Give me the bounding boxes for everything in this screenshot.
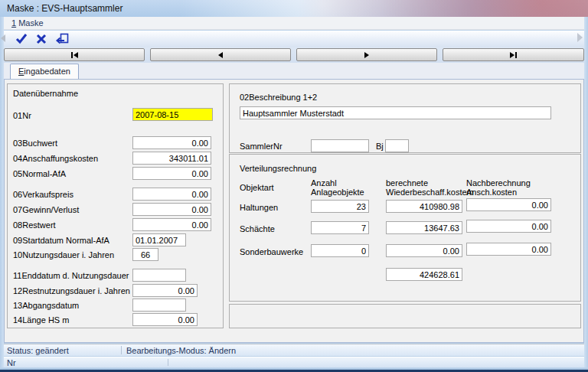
status-divider bbox=[121, 346, 122, 354]
confirm-check-icon[interactable] bbox=[14, 32, 29, 46]
last-record-icon bbox=[510, 52, 514, 58]
previous-record-icon bbox=[218, 52, 223, 58]
sonderbauwerke-nach-field[interactable] bbox=[466, 243, 551, 256]
startdatum-field[interactable] bbox=[132, 233, 186, 246]
menu-item-maske[interactable]: 1 Maske bbox=[8, 18, 47, 28]
bj-label: Bj bbox=[376, 142, 384, 151]
col-nachberechnung-line1: Nachberechnung bbox=[466, 178, 531, 188]
previous-record-button[interactable] bbox=[150, 48, 291, 61]
bj-field[interactable] bbox=[385, 139, 409, 152]
abgangsdatum-label: 13Abgangsdatum bbox=[13, 301, 79, 310]
window-border-bottom bbox=[0, 367, 588, 372]
haltungen-berechnet-field[interactable] bbox=[386, 200, 462, 213]
summe-field[interactable] bbox=[386, 268, 462, 281]
col-anzahl-line2: Anlageobjekte bbox=[311, 188, 364, 197]
col-berechnet-line1: berechnete bbox=[386, 178, 428, 188]
anschaffungskosten-label: 04Anschaffungskosten bbox=[13, 154, 98, 163]
window-title: Maske : EVS-Hauptsammler bbox=[7, 3, 122, 14]
cancel-x-icon[interactable] bbox=[34, 32, 49, 46]
anschaffungskosten-field[interactable] bbox=[132, 152, 211, 165]
title-bar[interactable]: Maske : EVS-Hauptsammler bbox=[0, 0, 588, 17]
sonderbauwerke-berechnet-field[interactable] bbox=[386, 244, 462, 257]
laenge-hs-field[interactable] bbox=[132, 313, 198, 326]
empty-groupbox bbox=[229, 304, 581, 328]
next-record-icon bbox=[364, 52, 369, 58]
gewinn-verlust-label: 07Gewinn/Verlust bbox=[13, 205, 79, 214]
laenge-hs-label: 14Länge HS m bbox=[13, 315, 69, 325]
enddatum-label: 11Enddatum d. Nutzungsdauer bbox=[13, 271, 129, 280]
tab-strip: Eingabedaten bbox=[4, 63, 584, 79]
status-text: Status: geändert bbox=[7, 346, 69, 355]
datenuebernahme-group-label: Datenübernahme bbox=[13, 89, 78, 98]
restnutzungsdauer-label: 12Restnutzungsdauer i. Jahren bbox=[13, 286, 130, 295]
nr-label: 01Nr bbox=[13, 111, 31, 120]
haltungen-anzahl-field[interactable] bbox=[311, 200, 369, 213]
edit-mode-text: Bearbeitungs-Modus: Ändern bbox=[126, 346, 236, 355]
verteilungsrechnung-group-label: Verteilungsrechnung bbox=[240, 164, 316, 173]
col-anzahl-line1: Anzahl bbox=[311, 178, 337, 188]
col-objektart: Objektart bbox=[240, 183, 274, 192]
beschreibung-label: 02Beschreibung 1+2 bbox=[240, 93, 317, 102]
verkaufspreis-label: 06Verkaufspreis bbox=[13, 190, 74, 199]
nutzungsdauer-field[interactable] bbox=[132, 248, 158, 261]
menu-bar: 1 Maske bbox=[4, 17, 584, 30]
schaechte-anzahl-field[interactable] bbox=[311, 221, 369, 234]
toolbar bbox=[4, 31, 584, 47]
buchwert-field[interactable] bbox=[132, 136, 211, 149]
abgangsdatum-field[interactable] bbox=[132, 299, 186, 312]
schaechte-nach-field[interactable] bbox=[466, 220, 551, 233]
restwert-field[interactable] bbox=[132, 218, 211, 231]
col-nachberechnung-line2: Ansch.kosten bbox=[466, 188, 517, 197]
field-hint-bar: Nr bbox=[4, 357, 584, 367]
toolbar-overflow-chevron-left-icon[interactable] bbox=[1, 34, 5, 42]
row-sonderbauwerke-label: Sonderbauwerke bbox=[240, 247, 303, 256]
sonderbauwerke-anzahl-field[interactable] bbox=[311, 244, 369, 257]
status-bar: Status: geändert Bearbeitungs-Modus: Änd… bbox=[4, 344, 584, 356]
window-border-right bbox=[584, 17, 588, 372]
row-haltungen-label: Haltungen bbox=[240, 203, 278, 212]
first-record-icon bbox=[71, 52, 73, 58]
restnutzungsdauer-field[interactable] bbox=[132, 284, 198, 297]
col-berechnet-line2: Wiederbeschaff.kostem bbox=[386, 188, 474, 197]
tab-content: Datenübernahme 01Nr 03Buchwert 04Anschaf… bbox=[4, 79, 584, 343]
restwert-label: 08Restwert bbox=[13, 220, 56, 230]
nr-field[interactable] bbox=[132, 108, 213, 121]
schaechte-berechnet-field[interactable] bbox=[386, 221, 462, 234]
field-hint-divider bbox=[168, 359, 168, 366]
last-record-button[interactable] bbox=[443, 48, 584, 61]
application-window: Maske : EVS-Hauptsammler 1 Maske Eing bbox=[0, 0, 588, 372]
record-navigation-bar bbox=[4, 47, 584, 63]
toolbar-overflow-chevron-right-icon[interactable] bbox=[577, 33, 583, 42]
exit-mask-icon[interactable] bbox=[54, 32, 70, 46]
gewinn-verlust-field[interactable] bbox=[132, 203, 211, 216]
verkaufspreis-field[interactable] bbox=[132, 188, 211, 201]
buchwert-label: 03Buchwert bbox=[13, 139, 57, 148]
normal-afa-label: 05Normal-AfA bbox=[13, 169, 66, 178]
sammlernr-field[interactable] bbox=[311, 139, 369, 152]
next-record-button[interactable] bbox=[296, 48, 437, 61]
beschreibung-field[interactable] bbox=[240, 106, 551, 119]
haltungen-nach-field[interactable] bbox=[466, 198, 551, 211]
startdatum-label: 09Startdatum Normal-AfA bbox=[13, 236, 109, 245]
normal-afa-field[interactable] bbox=[132, 167, 211, 180]
row-schaechte-label: Schächte bbox=[240, 224, 275, 233]
nutzungsdauer-label: 10Nutzungsdauer i. Jahren bbox=[13, 250, 114, 259]
first-record-button[interactable] bbox=[4, 48, 145, 61]
field-hint-text: Nr bbox=[7, 358, 16, 367]
enddatum-field[interactable] bbox=[132, 269, 186, 282]
sammlernr-label: SammlerNr bbox=[240, 142, 283, 151]
tab-eingabedaten[interactable]: Eingabedaten bbox=[10, 64, 79, 79]
